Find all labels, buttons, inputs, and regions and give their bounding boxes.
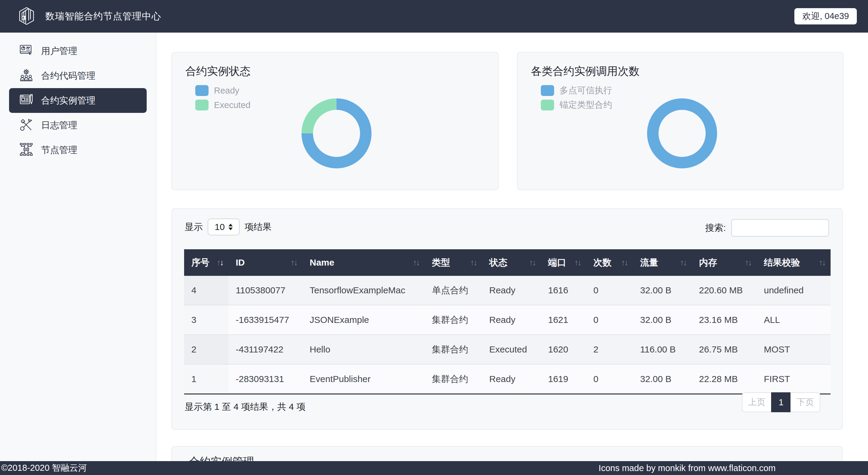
- table-header-row: 序号↑↓ID↑↓Name↑↓类型↑↓状态↑↓端口↑↓次数↑↓流量↑↓内存↑↓结果…: [184, 249, 831, 276]
- sort-arrows-icon: ↑↓: [217, 258, 223, 267]
- table-cell: 1621: [541, 305, 586, 335]
- sort-arrows-icon: ↑↓: [529, 258, 535, 267]
- sort-arrows-icon: ↑↓: [413, 258, 419, 267]
- table-cell: FIRST: [756, 364, 831, 394]
- legend-item[interactable]: 锚定类型合约: [541, 100, 612, 110]
- search-label: 搜索:: [705, 222, 726, 234]
- table-cell: 32.00 B: [633, 276, 692, 305]
- table-cell: 116.00 B: [633, 335, 692, 364]
- table-cell: 0: [586, 364, 633, 394]
- sidebar-item-label: 日志管理: [41, 119, 77, 132]
- table-cell: 集群合约: [425, 364, 482, 394]
- search-input[interactable]: [731, 219, 829, 236]
- column-header-1[interactable]: 序号↑↓: [184, 249, 228, 276]
- sort-arrows-icon: ↑↓: [574, 258, 581, 267]
- legend-swatch: [195, 100, 209, 110]
- sidebar-item-node-management[interactable]: 节点管理: [9, 137, 147, 162]
- table-row[interactable]: 2-431197422Hello集群合约Executed16202116.00 …: [184, 335, 831, 364]
- table-cell: Ready: [482, 364, 541, 394]
- column-header-10[interactable]: 结果校验↑↓: [756, 249, 831, 276]
- donut-chart-contract-calls: [646, 97, 718, 169]
- sidebar-item-label: 合约代码管理: [41, 70, 95, 82]
- column-label: ID: [236, 257, 245, 268]
- column-header-7[interactable]: 次数↑↓: [586, 249, 633, 276]
- table-info-text: 显示第 1 至 4 项结果，共 4 项: [185, 401, 305, 413]
- contract-instance-table: 序号↑↓ID↑↓Name↑↓类型↑↓状态↑↓端口↑↓次数↑↓流量↑↓内存↑↓结果…: [184, 249, 831, 394]
- pagination-page-button[interactable]: 1: [771, 392, 791, 412]
- pagination-prev-button[interactable]: 上页: [742, 392, 772, 412]
- column-label: 流量: [640, 256, 658, 269]
- welcome-user-button[interactable]: 欢迎, 04e39: [794, 8, 857, 25]
- sidebar-item-log-management[interactable]: 日志管理: [9, 113, 147, 137]
- table-cell: Ready: [482, 276, 541, 305]
- table-row[interactable]: 1-283093131EventPublisher集群合约Ready161903…: [184, 364, 831, 394]
- legend-item[interactable]: Executed: [195, 100, 250, 110]
- legend-swatch: [195, 85, 209, 96]
- card-title-contract-calls: 各类合约实例调用次数: [531, 64, 640, 79]
- log-management-icon: [19, 118, 33, 133]
- sidebar-item-contract-code[interactable]: 合约代码管理: [9, 63, 147, 88]
- table-cell: 26.75 MB: [692, 335, 756, 364]
- chart-legend: ReadyExecuted: [195, 85, 250, 110]
- sidebar-item-label: 合约实例管理: [41, 94, 95, 107]
- table-cell: 1620: [541, 335, 586, 364]
- table-cell: Ready: [482, 305, 541, 335]
- table-cell: 32.00 B: [633, 364, 692, 394]
- top-app-bar: 数瑞智能合约节点管理中心 欢迎, 04e39: [0, 0, 868, 33]
- contract-status-card: 合约实例状态 ReadyExecuted: [172, 52, 499, 190]
- card-title-contract-status: 合约实例状态: [185, 64, 250, 79]
- select-spinner-icon: [228, 224, 233, 230]
- column-header-5[interactable]: 状态↑↓: [482, 249, 541, 276]
- table-row[interactable]: 3-1633915477JSONExample集群合约Ready1621032.…: [184, 305, 831, 335]
- column-header-2[interactable]: ID↑↓: [228, 249, 302, 276]
- column-header-9[interactable]: 内存↑↓: [692, 249, 756, 276]
- table-cell: ALL: [756, 305, 831, 335]
- data-table-wrapper: 序号↑↓ID↑↓Name↑↓类型↑↓状态↑↓端口↑↓次数↑↓流量↑↓内存↑↓结果…: [184, 249, 831, 394]
- sort-arrows-icon: ↑↓: [745, 258, 751, 267]
- page-length-suffix-label: 项结果: [245, 221, 272, 233]
- legend-item[interactable]: Ready: [195, 85, 250, 96]
- footer-credits: Icons made by monkik from www.flaticon.c…: [598, 463, 776, 473]
- donut-chart-contract-status: [300, 97, 373, 169]
- legend-label: Ready: [214, 86, 239, 96]
- sort-arrows-icon: ↑↓: [621, 258, 627, 267]
- page-length-prefix-label: 显示: [185, 221, 203, 233]
- column-label: Name: [310, 257, 334, 268]
- legend-label: 锚定类型合约: [560, 99, 612, 111]
- contract-instance-icon: [19, 93, 33, 108]
- table-cell: 集群合约: [425, 335, 482, 364]
- table-cell: 0: [586, 305, 633, 335]
- column-header-6[interactable]: 端口↑↓: [541, 249, 586, 276]
- table-cell: TensorflowExampleMac: [302, 276, 425, 305]
- legend-swatch: [541, 85, 554, 96]
- table-cell: 0: [586, 276, 633, 305]
- table-cell: -1633915477: [228, 305, 302, 335]
- table-cell: 3: [184, 305, 228, 335]
- table-row[interactable]: 41105380077TensorflowExampleMac单点合约Ready…: [184, 276, 831, 305]
- column-header-8[interactable]: 流量↑↓: [633, 249, 692, 276]
- table-cell: 4: [184, 276, 228, 305]
- sidebar-item-contract-instance[interactable]: 合约实例管理: [9, 88, 147, 113]
- page-length-control: 显示 10 项结果: [185, 219, 272, 235]
- pagination-next-button[interactable]: 下页: [790, 392, 820, 412]
- contract-calls-card: 各类合约实例调用次数 多点可信执行锚定类型合约: [517, 52, 843, 190]
- column-header-4[interactable]: 类型↑↓: [425, 249, 482, 276]
- table-cell: 单点合约: [425, 276, 482, 305]
- column-label: 内存: [699, 256, 717, 269]
- table-cell: Executed: [482, 335, 541, 364]
- page-length-select[interactable]: 10: [208, 219, 240, 235]
- table-cell: 32.00 B: [633, 305, 692, 335]
- table-cell: 1619: [541, 364, 586, 394]
- table-cell: 22.28 MB: [692, 364, 756, 394]
- legend-item[interactable]: 多点可信执行: [541, 85, 612, 96]
- contract-instance-table-card: 显示 10 项结果 搜索: 序号↑↓ID↑↓Name↑↓类型↑↓状态↑↓端口↑↓…: [172, 208, 843, 430]
- table-cell: -283093131: [228, 364, 302, 394]
- column-header-3[interactable]: Name↑↓: [302, 249, 425, 276]
- contract-code-icon: [19, 68, 33, 83]
- table-cell: 集群合约: [425, 305, 482, 335]
- node-management-icon: [19, 142, 33, 158]
- table-cell: Hello: [302, 335, 425, 364]
- legend-label: 多点可信执行: [560, 85, 612, 97]
- column-label: 结果校验: [764, 256, 800, 269]
- sidebar-item-user-management[interactable]: 用户管理: [9, 39, 147, 63]
